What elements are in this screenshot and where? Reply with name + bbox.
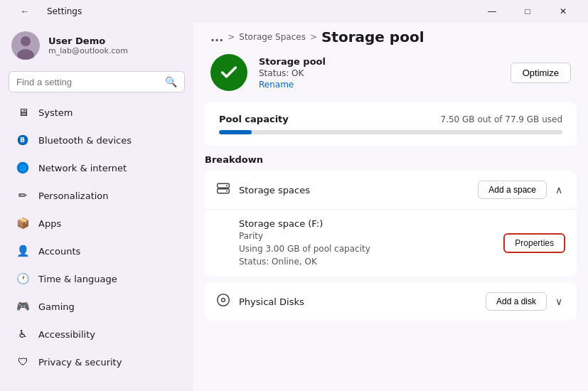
properties-button[interactable]: Properties	[503, 233, 565, 253]
main-content: User Demo m_lab@outlook.com 🔍 🖥 System B	[0, 23, 588, 391]
svg-text:B: B	[20, 136, 25, 144]
title-bar-left: ← Settings	[9, 0, 82, 23]
breakdown-title: Breakdown	[205, 154, 577, 165]
accounts-icon: 👤	[16, 244, 30, 258]
sidebar-item-label: Privacy & security	[38, 357, 122, 368]
physical-disks-icon	[216, 293, 230, 310]
pool-capacity-card: Pool capacity 7.50 GB out of 77.9 GB use…	[205, 102, 577, 146]
subsection-detail1: Parity	[239, 231, 263, 241]
breakdown-section: Breakdown Storage spaces Add a spac	[205, 154, 577, 321]
storage-space-subsection: Storage space (F:) Parity Using 3.00 GB …	[205, 209, 577, 277]
sidebar-item-apps[interactable]: 📦 Apps	[4, 210, 189, 237]
network-icon: 🌐	[16, 161, 30, 175]
subsection-name: Storage space (F:)	[239, 218, 495, 229]
maximize-button[interactable]: □	[511, 0, 544, 23]
add-space-button[interactable]: Add a space	[478, 181, 547, 199]
page-header: Storage pool Status: OK Rename Optimize	[193, 51, 588, 102]
sidebar-item-label: System	[38, 107, 73, 118]
sidebar-item-privacy[interactable]: 🛡 Privacy & security	[4, 348, 189, 375]
sidebar-item-gaming[interactable]: 🎮 Gaming	[4, 293, 189, 320]
sidebar-item-label: Accounts	[38, 246, 80, 257]
sidebar-item-label: Apps	[38, 218, 61, 229]
sidebar-item-label: Time & language	[38, 274, 117, 284]
storage-spaces-card: Storage spaces Add a space ∧ Storage spa…	[205, 171, 577, 277]
add-disk-button[interactable]: Add a disk	[486, 292, 547, 311]
subsection-info: Storage space (F:) Parity Using 3.00 GB …	[239, 218, 495, 268]
storage-spaces-icon	[216, 181, 230, 198]
user-name: User Demo	[48, 36, 128, 46]
breadcrumb-current: Storage pool	[321, 28, 424, 45]
sidebar: User Demo m_lab@outlook.com 🔍 🖥 System B	[0, 23, 193, 391]
breadcrumb: ... > Storage Spaces > Storage pool	[193, 23, 588, 51]
page-title-section: Storage pool Status: OK Rename	[259, 56, 326, 90]
back-button[interactable]: ←	[9, 0, 41, 23]
svg-point-9	[226, 185, 228, 186]
breadcrumb-sep1: >	[228, 32, 235, 42]
subsection-detail: Parity Using 3.00 GB of pool capacity St…	[239, 230, 495, 268]
page-title: Storage pool	[259, 56, 326, 67]
title-bar: ← Settings — □ ✕	[0, 0, 588, 23]
pool-capacity-row: Pool capacity 7.50 GB out of 77.9 GB use…	[219, 114, 562, 124]
storage-spaces-label: Storage spaces	[239, 185, 469, 196]
status-check-icon	[210, 54, 247, 91]
svg-point-10	[226, 191, 228, 192]
physical-disks-actions: Add a disk ∨	[486, 292, 565, 311]
sidebar-item-bluetooth[interactable]: B Bluetooth & devices	[4, 127, 189, 154]
sidebar-item-label: Personalization	[38, 191, 109, 201]
sidebar-item-label: Bluetooth & devices	[38, 135, 132, 146]
svg-point-12	[222, 299, 225, 302]
physical-disks-label: Physical Disks	[239, 296, 477, 307]
app-title: Settings	[47, 6, 82, 16]
storage-spaces-header: Storage spaces Add a space ∧	[205, 171, 577, 209]
storage-spaces-chevron[interactable]: ∧	[552, 181, 565, 198]
pool-capacity-label: Pool capacity	[219, 114, 289, 124]
sidebar-nav: 🖥 System B Bluetooth & devices 🌐	[0, 98, 193, 376]
sidebar-item-accounts[interactable]: 👤 Accounts	[4, 237, 189, 264]
pool-capacity-value: 7.50 GB out of 77.9 GB used	[441, 114, 562, 124]
system-icon: 🖥	[16, 105, 30, 119]
gaming-icon: 🎮	[16, 299, 30, 314]
bluetooth-icon: B	[16, 133, 30, 147]
svg-point-1	[21, 36, 31, 46]
window-controls: — □ ✕	[476, 0, 579, 23]
progress-bar-fill	[219, 130, 252, 134]
sidebar-item-system[interactable]: 🖥 System	[4, 99, 189, 126]
rename-link[interactable]: Rename	[259, 80, 326, 90]
search-input[interactable]	[16, 77, 159, 87]
close-button[interactable]: ✕	[547, 0, 579, 23]
search-icon: 🔍	[165, 76, 177, 87]
sidebar-item-network[interactable]: 🌐 Network & internet	[4, 154, 189, 181]
subsection-detail2: Using 3.00 GB of pool capacity	[239, 244, 370, 254]
user-info: User Demo m_lab@outlook.com	[48, 36, 128, 55]
subsection-detail3: Status: Online, OK	[239, 257, 317, 267]
optimize-button[interactable]: Optimize	[511, 63, 571, 83]
svg-text:🌐: 🌐	[19, 164, 27, 172]
search-box[interactable]: 🔍	[9, 71, 185, 92]
breadcrumb-storage-spaces[interactable]: Storage Spaces	[239, 32, 306, 42]
content-area: ... > Storage Spaces > Storage pool Stor…	[193, 23, 588, 391]
user-profile[interactable]: User Demo m_lab@outlook.com	[0, 23, 193, 71]
time-icon: 🕐	[16, 272, 30, 286]
avatar	[11, 31, 40, 60]
minimize-button[interactable]: —	[476, 0, 508, 23]
sidebar-item-label: Gaming	[38, 301, 75, 312]
status-text: Status: OK	[259, 68, 326, 78]
breadcrumb-dots[interactable]: ...	[210, 31, 223, 44]
physical-disks-chevron[interactable]: ∨	[552, 293, 565, 310]
sidebar-item-time[interactable]: 🕐 Time & language	[4, 265, 189, 292]
physical-disks-header: Physical Disks Add a disk ∨	[205, 282, 577, 321]
sidebar-item-personalization[interactable]: ✏️ Personalization	[4, 182, 189, 209]
privacy-icon: 🛡	[16, 355, 30, 369]
sidebar-item-accessibility[interactable]: ♿ Accessibility	[4, 321, 189, 348]
progress-bar	[219, 130, 562, 134]
apps-icon: 📦	[16, 216, 30, 230]
accessibility-icon: ♿	[16, 327, 30, 341]
sidebar-item-label: Network & internet	[38, 163, 127, 173]
physical-disks-card: Physical Disks Add a disk ∨	[205, 282, 577, 321]
personalization-icon: ✏️	[16, 188, 30, 203]
user-email: m_lab@outlook.com	[48, 46, 128, 55]
storage-spaces-actions: Add a space ∧	[478, 181, 565, 199]
svg-point-11	[218, 294, 230, 306]
breadcrumb-sep2: >	[310, 32, 317, 42]
sidebar-item-label: Accessibility	[38, 329, 95, 340]
